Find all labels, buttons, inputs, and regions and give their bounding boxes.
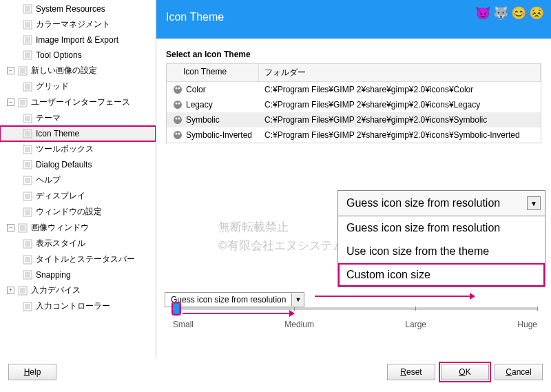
- icon-size-slider[interactable]: [173, 307, 537, 310]
- sidebar-item[interactable]: +入力デバイス: [0, 282, 156, 298]
- tree-item-icon: [22, 128, 33, 139]
- svg-rect-21: [25, 162, 30, 167]
- sidebar-item[interactable]: Snapping: [0, 267, 156, 282]
- theme-icon: [172, 114, 183, 125]
- sidebar-item[interactable]: 表示スタイル: [0, 236, 156, 251]
- sidebar-item[interactable]: ウィンドウの設定: [0, 204, 156, 220]
- expander-icon[interactable]: −: [7, 224, 14, 231]
- tree-item-icon: [22, 81, 33, 92]
- chevron-down-icon[interactable]: ▼: [291, 293, 304, 306]
- watermark: 無断転載禁止 ©有限会社エヌシステム: [218, 218, 344, 255]
- tree-item-icon: [22, 34, 33, 45]
- sidebar-item[interactable]: ツールボックス: [0, 141, 156, 157]
- sidebar-item-label: ユーザーインターフェース: [31, 96, 130, 108]
- slider-thumb[interactable]: [173, 303, 180, 314]
- tree-item-icon: [22, 50, 33, 61]
- expander-icon[interactable]: −: [7, 99, 14, 106]
- svg-rect-37: [20, 288, 25, 293]
- sidebar-item-label: ウィンドウの設定: [36, 206, 102, 218]
- tree-item-icon: [22, 207, 33, 218]
- svg-point-40: [174, 85, 182, 94]
- tree-item-icon: [22, 191, 33, 202]
- sidebar-item[interactable]: ディスプレイ: [0, 188, 156, 204]
- slider-label: Medium: [284, 320, 314, 329]
- svg-point-45: [178, 103, 180, 105]
- table-row[interactable]: ColorC:¥Program Files¥GIMP 2¥share¥gimp¥…: [167, 82, 541, 97]
- mascot-icon: 😊: [511, 6, 526, 21]
- sidebar-item[interactable]: ヘルプ: [0, 172, 156, 188]
- sidebar-item[interactable]: タイトルとステータスバー: [0, 251, 156, 267]
- tree-item-icon: [22, 269, 33, 280]
- table-row[interactable]: LegacyC:¥Program Files¥GIMP 2¥share¥gimp…: [167, 97, 541, 112]
- svg-rect-25: [25, 194, 30, 199]
- sidebar-item-label: 入力デバイス: [31, 285, 81, 296]
- sidebar-item[interactable]: −新しい画像の設定: [0, 63, 156, 79]
- help-button[interactable]: Help: [8, 364, 56, 380]
- svg-point-47: [176, 118, 178, 120]
- tree-item-icon: [17, 285, 28, 296]
- sidebar-item-label: タイトルとステータスバー: [36, 254, 135, 265]
- sidebar-item[interactable]: −画像ウィンドウ: [0, 220, 156, 236]
- sidebar-item[interactable]: Tool Options: [0, 48, 156, 63]
- dropdown-option[interactable]: Use icon size from the theme: [338, 240, 545, 263]
- sidebar-item[interactable]: Icon Theme: [0, 126, 156, 141]
- column-header-theme[interactable]: Icon Theme: [167, 64, 259, 81]
- slider-label: Small: [173, 320, 194, 329]
- sidebar-item[interactable]: グリッド: [0, 79, 156, 94]
- chevron-down-icon[interactable]: ▼: [527, 196, 541, 210]
- sidebar-item-label: ヘルプ: [36, 174, 61, 186]
- sidebar-item[interactable]: カラーマネジメント: [0, 17, 156, 32]
- sidebar-item-label: 表示スタイル: [36, 238, 85, 249]
- sidebar-item[interactable]: System Resources: [0, 1, 156, 17]
- svg-point-43: [174, 101, 182, 109]
- sidebar-item-label: 新しい画像の設定: [31, 65, 97, 76]
- theme-icon: [172, 84, 183, 95]
- expander-icon[interactable]: −: [7, 67, 14, 74]
- cancel-button[interactable]: Cancel: [495, 364, 543, 380]
- icon-size-combo[interactable]: Guess icon size from resolution ▼: [165, 292, 304, 307]
- table-row[interactable]: SymbolicC:¥Program Files¥GIMP 2¥share¥gi…: [167, 112, 541, 127]
- dropdown-option-custom[interactable]: Custom icon size: [338, 263, 545, 287]
- tree-item-icon: [17, 65, 28, 76]
- svg-rect-7: [25, 52, 30, 58]
- slider-label: Huge: [517, 320, 537, 329]
- svg-rect-9: [20, 68, 25, 74]
- sidebar-item[interactable]: テーマ: [0, 110, 156, 126]
- svg-rect-31: [25, 241, 30, 247]
- tree-item-icon: [22, 159, 33, 170]
- svg-rect-35: [25, 272, 30, 278]
- sidebar-item-label: Image Import & Export: [36, 35, 118, 45]
- sidebar: System ResourcesカラーマネジメントImage Import & …: [0, 0, 156, 358]
- section-label: Select an Icon Theme: [166, 50, 541, 59]
- tree-item-icon: [22, 254, 33, 265]
- icon-theme-table: Icon Theme フォルダー ColorC:¥Program Files¥G…: [166, 63, 541, 143]
- sidebar-item[interactable]: Dialog Defaults: [0, 157, 156, 172]
- sidebar-item-label: 画像ウィンドウ: [31, 222, 89, 234]
- table-row[interactable]: Symbolic-InvertedC:¥Program Files¥GIMP 2…: [167, 127, 541, 143]
- dropdown-option[interactable]: Guess icon size from resolution: [338, 216, 545, 240]
- reset-button[interactable]: Reset: [387, 364, 435, 380]
- dropdown-selected: Guess icon size from resolution: [346, 197, 500, 209]
- theme-icon: [172, 99, 183, 110]
- theme-icon: [172, 130, 183, 141]
- svg-rect-13: [20, 100, 25, 105]
- sidebar-item[interactable]: −ユーザーインターフェース: [0, 94, 156, 110]
- mascot-icon: 🐺: [493, 6, 508, 21]
- mascot-icon: 😣: [529, 6, 544, 21]
- sidebar-item[interactable]: 入力コントローラー: [0, 298, 156, 314]
- tree-item-icon: [22, 3, 33, 14]
- svg-rect-27: [25, 209, 30, 215]
- ok-button[interactable]: OK: [441, 364, 489, 380]
- icon-size-dropdown-expanded[interactable]: Guess icon size from resolution ▼ Guess …: [337, 190, 545, 287]
- svg-rect-3: [25, 22, 30, 28]
- tree-item-icon: [22, 238, 33, 249]
- sidebar-item-label: System Resources: [36, 4, 105, 14]
- mascot-icon: 😈: [475, 6, 490, 21]
- sidebar-item[interactable]: Image Import & Export: [0, 32, 156, 48]
- expander-icon[interactable]: +: [7, 287, 14, 294]
- column-header-folder[interactable]: フォルダー: [259, 64, 541, 81]
- tree-item-icon: [22, 19, 33, 30]
- svg-point-51: [178, 133, 180, 135]
- sidebar-item-label: テーマ: [36, 112, 61, 124]
- tree-item-icon: [22, 113, 33, 124]
